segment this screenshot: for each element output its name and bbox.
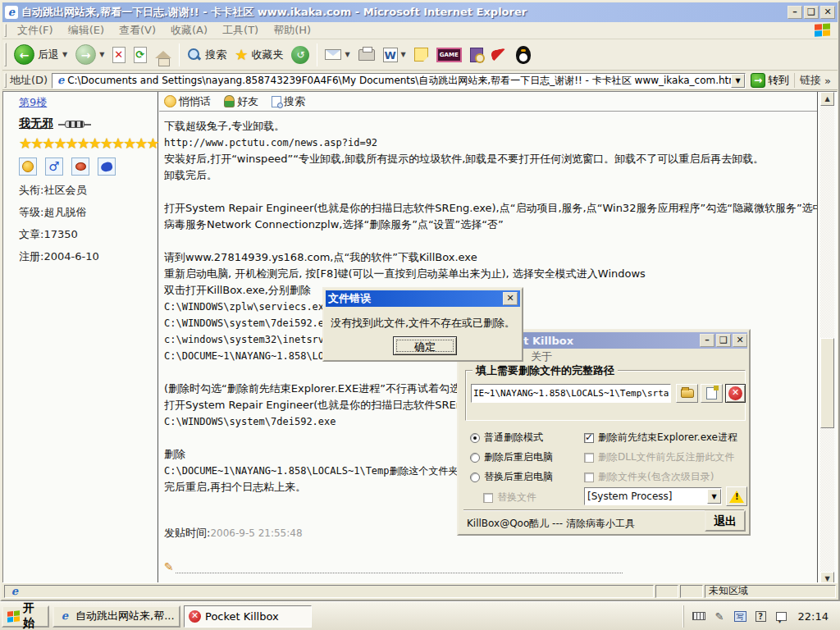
address-label: 地址(D) <box>10 73 48 88</box>
taskbar-item-ie[interactable]: e 自动跳出网站来,帮... <box>52 605 180 628</box>
ie-task-icon: e <box>58 609 71 623</box>
menu-tools[interactable]: 工具(T) <box>215 21 266 39</box>
menu-view[interactable]: 查看(V) <box>112 21 163 39</box>
mail-dropdown-icon[interactable]: ▼ <box>345 51 349 58</box>
taskbar: 开始 e 自动跳出网站来,帮... ✕ Pocket Killbox ✎ 写 ?… <box>0 601 840 630</box>
grip-handle[interactable] <box>4 73 7 88</box>
favorites-button[interactable]: ★ 收藏夹 <box>231 46 287 64</box>
delete-path-input[interactable] <box>471 384 671 403</box>
check-end-explorer[interactable]: 删除前先结束Explorer.exe进程 <box>584 431 737 445</box>
stop-button[interactable]: ✕ <box>108 45 130 65</box>
pencil-icon: ✎ <box>164 560 174 573</box>
start-button[interactable]: 开始 <box>2 605 49 628</box>
star-icon: ★ <box>235 48 248 62</box>
vertical-scrollbar[interactable]: ▲ ▼ <box>820 92 834 586</box>
research-button[interactable] <box>466 46 487 64</box>
dialog-close-button[interactable]: ✕ <box>503 292 518 305</box>
status-main-segment: e <box>4 585 654 598</box>
maximize-button[interactable]: ❑ <box>804 6 819 19</box>
search-label: 搜索 <box>205 48 226 62</box>
minimize-button[interactable]: – <box>788 6 802 19</box>
dialog-titlebar[interactable]: 文件错误 ✕ <box>326 290 520 307</box>
back-button[interactable]: ← 后退 ▼ <box>10 43 71 66</box>
scrollbar-thumb[interactable] <box>820 338 834 428</box>
menu-edit[interactable]: 编辑(E) <box>61 21 112 39</box>
forward-dropdown-icon[interactable]: ▼ <box>99 51 104 58</box>
menu-file[interactable]: 文件(F) <box>10 21 61 39</box>
zodiac-sun-icon <box>19 158 37 176</box>
process-dropdown[interactable]: [System Process] ▼ <box>584 487 722 505</box>
game-button[interactable]: GAME <box>432 46 466 64</box>
qq-button[interactable] <box>512 44 535 66</box>
killbox-minimize-button[interactable]: – <box>700 334 714 347</box>
killbox-menu-about[interactable]: 关于 <box>531 350 552 363</box>
search-button[interactable]: 搜索 <box>183 46 231 64</box>
menu-favorites[interactable]: 收藏(A) <box>163 21 215 39</box>
history-button[interactable]: ↺ <box>287 44 313 66</box>
floor-link[interactable]: 第9楼 <box>19 96 47 108</box>
links-button[interactable]: 链接 » <box>794 73 838 88</box>
links-chevron-icon: » <box>824 75 831 87</box>
radio-replace-on-reboot[interactable]: 替换后重启电脑 <box>470 470 553 484</box>
back-dropdown-icon[interactable]: ▼ <box>62 51 67 58</box>
scroll-up-button[interactable]: ▲ <box>820 92 834 106</box>
ime-icon[interactable]: 写 <box>733 609 747 623</box>
help-icon[interactable]: ? <box>754 609 768 623</box>
status-segment <box>680 585 703 598</box>
status-zone-segment: 未知区域 <box>705 585 836 598</box>
word-dropdown-icon[interactable]: ▼ <box>401 51 406 58</box>
edit-with-word-button[interactable]: W ▼ <box>379 46 410 64</box>
toolbar-separator <box>179 43 180 66</box>
home-button[interactable] <box>151 49 176 60</box>
grip-handle[interactable] <box>4 43 7 67</box>
ie-titlebar[interactable]: e 自动跳出网站来,帮看一下日志.谢谢!! - 卡卡社区 www.ikaka.c… <box>2 2 838 22</box>
forward-button[interactable]: → ▼ <box>71 43 108 66</box>
friends-link[interactable]: 好友 <box>224 94 258 109</box>
soft-keyboard-icon[interactable] <box>774 609 788 623</box>
radio-normal-delete[interactable]: 普通删除模式 <box>470 431 543 445</box>
ok-button[interactable]: 确定 <box>393 336 457 355</box>
browse-button[interactable] <box>676 384 698 403</box>
whisper-link[interactable]: 悄悄话 <box>164 94 211 109</box>
paste-button[interactable] <box>701 384 723 403</box>
killbox-footer-text: KillBox@Qoo酷儿 --- 清除病毒小工具 <box>467 517 635 531</box>
page-icon: e <box>54 74 67 87</box>
signature-divider: ✎ <box>164 560 817 573</box>
grip-handle[interactable] <box>4 24 7 37</box>
print-button[interactable] <box>354 48 379 62</box>
post-line: 安装好后,打开“winspeed”“专业卸载,卸载所有提示的垃圾软件,卸载是不要… <box>164 151 817 167</box>
post-search-link[interactable]: 搜索 <box>272 94 305 109</box>
exit-button[interactable]: 退出 <box>705 510 746 532</box>
messenger-button[interactable] <box>410 46 432 63</box>
keyboard-icon[interactable] <box>692 609 706 623</box>
killbox-close-button[interactable]: ✕ <box>733 334 747 347</box>
favorites-label: 收藏夹 <box>251 48 283 62</box>
go-button[interactable]: → 转到 <box>746 73 794 88</box>
qq-penguin-icon <box>516 46 531 64</box>
kill-process-button[interactable] <box>726 486 747 506</box>
stop-icon: ✕ <box>112 47 126 63</box>
delete-file-button[interactable]: ✕ <box>725 384 746 403</box>
history-icon: ↺ <box>291 46 309 64</box>
post-line: 卸载完后。 <box>164 167 817 184</box>
refresh-button[interactable]: ⟳ <box>130 45 151 65</box>
username-link[interactable]: 我无邪 <box>19 116 53 130</box>
close-button[interactable]: ✕ <box>820 6 835 19</box>
pen-icon[interactable]: ✎ <box>713 609 727 623</box>
killbox-divider <box>463 509 744 511</box>
killbox-path-group: 填上需要删除文件的完整路径 ✕ <box>465 370 746 421</box>
radio-delete-on-reboot[interactable]: 删除后重启电脑 <box>470 450 553 464</box>
mail-button[interactable]: ▼ <box>321 48 354 62</box>
menu-help[interactable]: 帮助(H) <box>266 21 318 39</box>
address-input[interactable] <box>67 74 731 87</box>
killbox-maximize-button[interactable]: ❑ <box>716 334 731 347</box>
address-dropdown-button[interactable]: ▼ <box>731 74 745 88</box>
dropdown-arrow-icon[interactable]: ▼ <box>707 489 721 504</box>
radio-icon <box>470 453 480 463</box>
radio-icon <box>470 433 480 443</box>
checkbox-icon <box>584 472 594 482</box>
taskbar-item-killbox[interactable]: ✕ Pocket Killbox <box>184 605 312 628</box>
radio-icon <box>470 472 480 482</box>
status-bar: e 未知区域 <box>2 582 838 599</box>
thunder-button[interactable] <box>487 48 512 62</box>
